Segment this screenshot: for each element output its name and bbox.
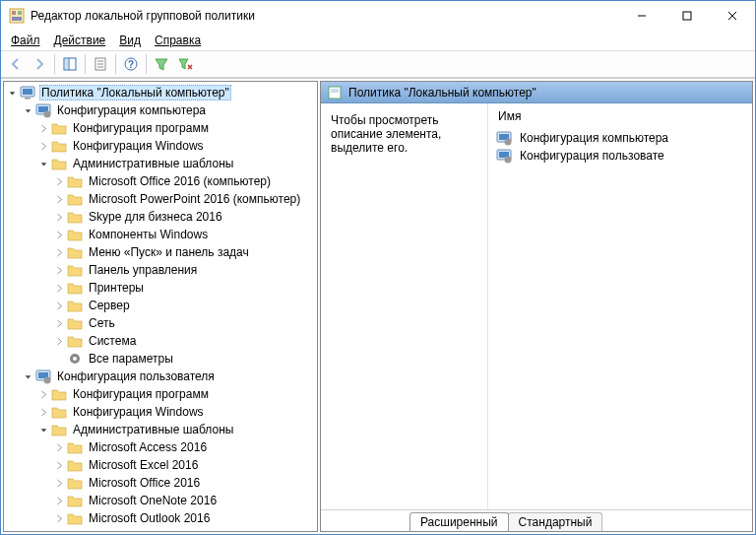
tree-user-config[interactable]: Конфигурация пользователя — [4, 368, 317, 385]
detail-panel: Политика "Локальный компьютер" Чтобы про… — [320, 81, 753, 532]
tree-item[interactable]: Конфигурация программ — [4, 119, 317, 137]
chevron-right-icon[interactable] — [51, 283, 67, 294]
chevron-right-icon[interactable] — [51, 496, 67, 506]
detail-header-icon — [327, 85, 343, 100]
svg-rect-23 — [331, 89, 339, 93]
svg-rect-12 — [683, 12, 691, 20]
column-header-name[interactable]: Имя — [488, 103, 752, 129]
tree-item[interactable]: Административные шаблоны — [4, 421, 317, 438]
menubar: Файл Действие Вид Справка — [1, 31, 755, 50]
menu-action[interactable]: Действие — [48, 33, 112, 48]
tree-item[interactable]: Принтеры — [4, 279, 317, 297]
chevron-right-icon[interactable] — [51, 478, 67, 489]
main-area: Политика "Локальный компьютер"Конфигурац… — [1, 78, 755, 534]
config-icon — [496, 130, 512, 146]
chevron-down-icon[interactable] — [35, 159, 51, 169]
toolbar: ? — [1, 50, 755, 78]
chevron-right-icon[interactable] — [35, 123, 51, 134]
chevron-right-icon[interactable] — [51, 336, 67, 347]
chevron-right-icon[interactable] — [51, 247, 67, 258]
svg-text:?: ? — [128, 59, 134, 70]
tree-panel[interactable]: Политика "Локальный компьютер"Конфигурац… — [3, 81, 318, 532]
tab-standard[interactable]: Стандартный — [508, 512, 603, 531]
tree-item[interactable]: Microsoft OneNote 2016 — [4, 492, 317, 509]
show-hide-tree-button[interactable] — [59, 53, 81, 75]
detail-description: Чтобы просмотреть описание элемента, выд… — [321, 103, 488, 509]
tree-item[interactable]: Microsoft Office 2016 (компьютер) — [4, 172, 317, 190]
chevron-right-icon[interactable] — [51, 230, 67, 240]
tree-item[interactable]: Компоненты Windows — [4, 226, 317, 243]
tree-item[interactable]: Панель управления — [4, 261, 317, 279]
chevron-right-icon[interactable] — [35, 389, 51, 400]
window-title: Редактор локальной групповой политики — [31, 9, 619, 23]
chevron-right-icon[interactable] — [51, 301, 67, 311]
chevron-right-icon[interactable] — [35, 141, 51, 152]
chevron-down-icon[interactable] — [20, 105, 35, 116]
chevron-right-icon[interactable] — [51, 531, 67, 533]
properties-button[interactable] — [90, 53, 111, 75]
list-item[interactable]: Конфигурация пользовате — [492, 147, 748, 165]
detail-header: Политика "Локальный компьютер" — [321, 82, 752, 103]
chevron-right-icon[interactable] — [51, 513, 67, 524]
list-item[interactable]: Конфигурация компьютера — [492, 129, 748, 147]
tree-item[interactable]: Microsoft Office 2016 — [4, 474, 317, 492]
tree-computer-config[interactable]: Конфигурация компьютера — [4, 101, 317, 119]
help-button[interactable]: ? — [120, 53, 142, 75]
tree-item[interactable]: Microsoft Outlook 2016 — [4, 509, 317, 527]
tree-item[interactable]: Административные шаблоны — [4, 155, 317, 172]
tree-root-node[interactable]: Политика "Локальный компьютер" — [4, 84, 317, 101]
tree-item[interactable]: Сеть — [4, 314, 317, 332]
close-button[interactable] — [710, 1, 755, 31]
back-button[interactable] — [5, 53, 27, 75]
chevron-right-icon[interactable] — [51, 265, 67, 276]
chevron-right-icon[interactable] — [51, 318, 67, 329]
svg-rect-9 — [12, 11, 16, 15]
tab-extended[interactable]: Расширенный — [410, 512, 509, 531]
config-icon — [496, 148, 512, 164]
svg-rect-11 — [12, 17, 22, 21]
tree-item[interactable]: Конфигурация Windows — [4, 137, 317, 155]
svg-rect-10 — [18, 11, 22, 15]
minimize-button[interactable] — [619, 1, 664, 31]
chevron-down-icon[interactable] — [20, 371, 35, 382]
chevron-down-icon[interactable] — [4, 88, 20, 99]
detail-header-title: Политика "Локальный компьютер" — [348, 86, 536, 100]
chevron-down-icon[interactable] — [35, 425, 51, 435]
chevron-right-icon[interactable] — [51, 176, 67, 187]
maximize-button[interactable] — [664, 1, 710, 31]
tree-item[interactable]: Microsoft Excel 2016 — [4, 456, 317, 474]
tree-item[interactable]: Skype для бизнеса 2016 — [4, 208, 317, 226]
titlebar: Редактор локальной групповой политики — [1, 1, 755, 31]
chevron-right-icon[interactable] — [51, 194, 67, 205]
filter-options-button[interactable] — [174, 53, 196, 75]
chevron-right-icon[interactable] — [51, 442, 67, 453]
chevron-right-icon[interactable] — [35, 407, 51, 418]
filter-button[interactable] — [151, 53, 172, 75]
tree-item[interactable]: Microsoft Access 2016 — [4, 438, 317, 456]
chevron-right-icon[interactable] — [51, 212, 67, 223]
menu-file[interactable]: Файл — [5, 33, 46, 48]
tree-item[interactable]: Microsoft PowerPoint 2016 — [4, 527, 317, 532]
tree-item[interactable]: Меню «Пуск» и панель задач — [4, 243, 317, 261]
tree-item[interactable]: Система — [4, 332, 317, 350]
forward-button[interactable] — [29, 53, 50, 75]
tree-item[interactable]: Microsoft PowerPoint 2016 (компьютер) — [4, 190, 317, 208]
detail-tabs: Расширенный Стандартный — [321, 509, 752, 531]
tree-item[interactable]: Конфигурация программ — [4, 385, 317, 403]
tree-item[interactable]: Все параметры — [4, 350, 317, 368]
menu-help[interactable]: Справка — [149, 33, 207, 48]
svg-rect-15 — [65, 59, 68, 69]
tree-item[interactable]: Конфигурация Windows — [4, 403, 317, 421]
menu-view[interactable]: Вид — [113, 33, 147, 48]
app-icon — [9, 8, 25, 24]
main-window: Редактор локальной групповой политики Фа… — [0, 0, 756, 535]
tree-item[interactable]: Сервер — [4, 297, 317, 314]
chevron-right-icon[interactable] — [51, 460, 67, 471]
